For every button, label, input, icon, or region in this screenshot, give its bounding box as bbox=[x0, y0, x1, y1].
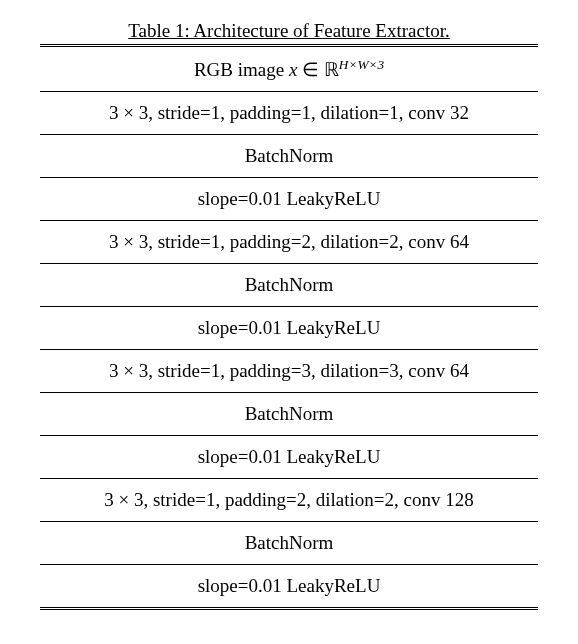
table-row: RGB image x ∈ ℝH×W×3 bbox=[40, 46, 538, 92]
table-row: slope=0.01 LeakyReLU bbox=[40, 565, 538, 609]
table-body: RGB image x ∈ ℝH×W×33 × 3, stride=1, pad… bbox=[40, 46, 538, 609]
table-row: BatchNorm bbox=[40, 264, 538, 307]
table-cell: 3 × 3, stride=1, padding=2, dilation=2, … bbox=[40, 221, 538, 264]
table-row: BatchNorm bbox=[40, 393, 538, 436]
table-row: 3 × 3, stride=1, padding=3, dilation=3, … bbox=[40, 350, 538, 393]
architecture-table: RGB image x ∈ ℝH×W×33 × 3, stride=1, pad… bbox=[40, 44, 538, 610]
table-row: slope=0.01 LeakyReLU bbox=[40, 307, 538, 350]
table-cell: slope=0.01 LeakyReLU bbox=[40, 307, 538, 350]
table-cell: 3 × 3, stride=1, padding=1, dilation=1, … bbox=[40, 92, 538, 135]
table-cell: slope=0.01 LeakyReLU bbox=[40, 178, 538, 221]
table-row: BatchNorm bbox=[40, 522, 538, 565]
table-row: slope=0.01 LeakyReLU bbox=[40, 436, 538, 479]
table-cell: RGB image x ∈ ℝH×W×3 bbox=[40, 46, 538, 92]
table-row: slope=0.01 LeakyReLU bbox=[40, 178, 538, 221]
table-row: 3 × 3, stride=1, padding=2, dilation=2, … bbox=[40, 479, 538, 522]
table-cell: BatchNorm bbox=[40, 135, 538, 178]
table-cell: BatchNorm bbox=[40, 393, 538, 436]
table-cell: BatchNorm bbox=[40, 522, 538, 565]
table-cell: 3 × 3, stride=1, padding=2, dilation=2, … bbox=[40, 479, 538, 522]
table-row: 3 × 3, stride=1, padding=2, dilation=2, … bbox=[40, 221, 538, 264]
table-cell: slope=0.01 LeakyReLU bbox=[40, 436, 538, 479]
table-row: 3 × 3, stride=1, padding=1, dilation=1, … bbox=[40, 92, 538, 135]
table-row: BatchNorm bbox=[40, 135, 538, 178]
table-container: Table 1: Architecture of Feature Extract… bbox=[40, 20, 538, 610]
table-caption: Table 1: Architecture of Feature Extract… bbox=[40, 20, 538, 42]
table-cell: BatchNorm bbox=[40, 264, 538, 307]
table-cell: slope=0.01 LeakyReLU bbox=[40, 565, 538, 609]
table-cell: 3 × 3, stride=1, padding=3, dilation=3, … bbox=[40, 350, 538, 393]
